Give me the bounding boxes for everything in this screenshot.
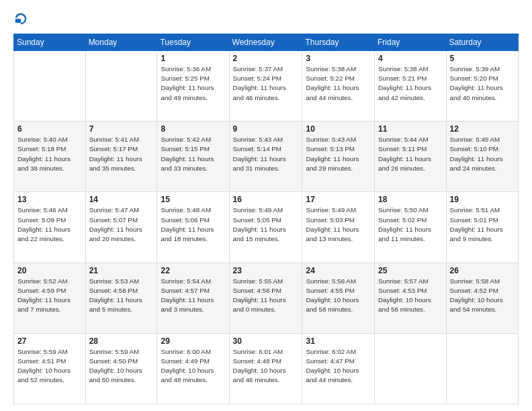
calendar-cell: 1Sunrise: 5:36 AMSunset: 5:25 PMDaylight… bbox=[157, 51, 229, 122]
day-number: 15 bbox=[161, 195, 225, 204]
day-info: Sunrise: 5:54 AMSunset: 4:57 PMDaylight:… bbox=[161, 277, 225, 315]
day-number: 4 bbox=[378, 54, 443, 63]
calendar-cell: 9Sunrise: 5:43 AMSunset: 5:14 PMDaylight… bbox=[229, 122, 302, 192]
week-row-5: 27Sunrise: 5:59 AMSunset: 4:51 PMDayligh… bbox=[14, 333, 519, 404]
calendar-cell: 19Sunrise: 5:51 AMSunset: 5:01 PMDayligh… bbox=[446, 192, 518, 263]
weekday-header-saturday: Saturday bbox=[446, 34, 518, 51]
day-info: Sunrise: 5:56 AMSunset: 4:55 PMDaylight:… bbox=[306, 277, 371, 315]
day-info: Sunrise: 5:59 AMSunset: 4:50 PMDaylight:… bbox=[89, 347, 154, 385]
day-number: 13 bbox=[17, 195, 82, 204]
day-info: Sunrise: 5:46 AMSunset: 5:09 PMDaylight:… bbox=[17, 205, 82, 244]
day-number: 7 bbox=[89, 124, 154, 134]
day-number: 30 bbox=[233, 336, 299, 346]
calendar-cell: 29Sunrise: 6:00 AMSunset: 4:49 PMDayligh… bbox=[157, 333, 229, 404]
day-info: Sunrise: 6:00 AMSunset: 4:49 PMDaylight:… bbox=[161, 347, 225, 385]
day-info: Sunrise: 5:41 AMSunset: 5:17 PMDaylight:… bbox=[89, 135, 154, 173]
day-number: 3 bbox=[306, 54, 371, 63]
day-number: 6 bbox=[17, 124, 82, 134]
day-info: Sunrise: 5:49 AMSunset: 5:05 PMDaylight:… bbox=[233, 205, 299, 244]
day-info: Sunrise: 5:45 AMSunset: 5:10 PMDaylight:… bbox=[450, 135, 515, 173]
day-number: 1 bbox=[161, 54, 225, 63]
day-number: 17 bbox=[306, 195, 371, 204]
calendar-cell: 27Sunrise: 5:59 AMSunset: 4:51 PMDayligh… bbox=[14, 333, 86, 404]
calendar-cell: 21Sunrise: 5:53 AMSunset: 4:58 PMDayligh… bbox=[85, 263, 157, 333]
calendar-cell: 14Sunrise: 5:47 AMSunset: 5:07 PMDayligh… bbox=[85, 192, 157, 263]
day-info: Sunrise: 5:43 AMSunset: 5:14 PMDaylight:… bbox=[233, 135, 299, 173]
day-number: 2 bbox=[233, 54, 299, 63]
day-info: Sunrise: 5:52 AMSunset: 4:59 PMDaylight:… bbox=[17, 277, 82, 315]
calendar-cell: 31Sunrise: 6:02 AMSunset: 4:47 PMDayligh… bbox=[302, 333, 375, 404]
calendar-cell: 18Sunrise: 5:50 AMSunset: 5:02 PMDayligh… bbox=[375, 192, 447, 263]
day-info: Sunrise: 5:39 AMSunset: 5:20 PMDaylight:… bbox=[450, 64, 515, 103]
calendar-cell: 24Sunrise: 5:56 AMSunset: 4:55 PMDayligh… bbox=[302, 263, 375, 333]
day-number: 5 bbox=[450, 54, 515, 63]
calendar-cell: 13Sunrise: 5:46 AMSunset: 5:09 PMDayligh… bbox=[14, 192, 86, 263]
day-number: 31 bbox=[306, 336, 371, 346]
calendar-cell: 2Sunrise: 5:37 AMSunset: 5:24 PMDaylight… bbox=[229, 51, 302, 122]
calendar-cell bbox=[14, 51, 86, 122]
day-info: Sunrise: 5:44 AMSunset: 5:11 PMDaylight:… bbox=[378, 135, 443, 173]
day-number: 18 bbox=[378, 195, 443, 204]
calendar-cell: 20Sunrise: 5:52 AMSunset: 4:59 PMDayligh… bbox=[14, 263, 86, 333]
day-info: Sunrise: 5:38 AMSunset: 5:22 PMDaylight:… bbox=[306, 64, 371, 103]
week-row-1: 1Sunrise: 5:36 AMSunset: 5:25 PMDaylight… bbox=[14, 51, 519, 122]
logo-icon bbox=[13, 12, 28, 27]
weekday-header-row: SundayMondayTuesdayWednesdayThursdayFrid… bbox=[14, 34, 519, 51]
weekday-header-thursday: Thursday bbox=[302, 34, 375, 51]
calendar-cell: 23Sunrise: 5:55 AMSunset: 4:56 PMDayligh… bbox=[229, 263, 302, 333]
calendar-table: SundayMondayTuesdayWednesdayThursdayFrid… bbox=[13, 34, 519, 404]
page: SundayMondayTuesdayWednesdayThursdayFrid… bbox=[0, 0, 532, 411]
day-info: Sunrise: 5:37 AMSunset: 5:24 PMDaylight:… bbox=[233, 64, 299, 103]
day-info: Sunrise: 5:53 AMSunset: 4:58 PMDaylight:… bbox=[89, 277, 154, 315]
day-number: 16 bbox=[233, 195, 299, 204]
calendar-cell: 5Sunrise: 5:39 AMSunset: 5:20 PMDaylight… bbox=[446, 51, 518, 122]
day-info: Sunrise: 5:59 AMSunset: 4:51 PMDaylight:… bbox=[17, 347, 82, 385]
weekday-header-monday: Monday bbox=[85, 34, 157, 51]
calendar-cell: 4Sunrise: 5:38 AMSunset: 5:21 PMDaylight… bbox=[375, 51, 447, 122]
day-info: Sunrise: 6:01 AMSunset: 4:48 PMDaylight:… bbox=[233, 347, 299, 385]
calendar-cell: 26Sunrise: 5:58 AMSunset: 4:52 PMDayligh… bbox=[446, 263, 518, 333]
day-number: 24 bbox=[306, 266, 371, 275]
calendar-cell: 15Sunrise: 5:48 AMSunset: 5:06 PMDayligh… bbox=[157, 192, 229, 263]
day-number: 23 bbox=[233, 266, 299, 275]
day-number: 26 bbox=[450, 266, 515, 275]
day-number: 22 bbox=[161, 266, 225, 275]
header bbox=[13, 12, 519, 27]
calendar-cell: 30Sunrise: 6:01 AMSunset: 4:48 PMDayligh… bbox=[229, 333, 302, 404]
day-info: Sunrise: 5:55 AMSunset: 4:56 PMDaylight:… bbox=[233, 277, 299, 315]
day-number: 21 bbox=[89, 266, 154, 275]
day-number: 9 bbox=[233, 124, 299, 134]
day-info: Sunrise: 5:58 AMSunset: 4:52 PMDaylight:… bbox=[450, 277, 515, 315]
week-row-4: 20Sunrise: 5:52 AMSunset: 4:59 PMDayligh… bbox=[14, 263, 519, 333]
day-info: Sunrise: 5:49 AMSunset: 5:03 PMDaylight:… bbox=[306, 205, 371, 244]
day-info: Sunrise: 5:38 AMSunset: 5:21 PMDaylight:… bbox=[378, 64, 443, 103]
calendar-cell: 3Sunrise: 5:38 AMSunset: 5:22 PMDaylight… bbox=[302, 51, 375, 122]
calendar-cell: 10Sunrise: 5:43 AMSunset: 5:13 PMDayligh… bbox=[302, 122, 375, 192]
day-info: Sunrise: 5:42 AMSunset: 5:15 PMDaylight:… bbox=[161, 135, 225, 173]
day-number: 12 bbox=[450, 124, 515, 134]
day-number: 27 bbox=[17, 336, 82, 346]
day-info: Sunrise: 5:43 AMSunset: 5:13 PMDaylight:… bbox=[306, 135, 371, 173]
day-info: Sunrise: 5:57 AMSunset: 4:53 PMDaylight:… bbox=[378, 277, 443, 315]
day-number: 20 bbox=[17, 266, 82, 275]
day-info: Sunrise: 5:50 AMSunset: 5:02 PMDaylight:… bbox=[378, 205, 443, 244]
logo bbox=[13, 12, 30, 27]
calendar-cell: 6Sunrise: 5:40 AMSunset: 5:18 PMDaylight… bbox=[14, 122, 86, 192]
calendar-cell bbox=[85, 51, 157, 122]
calendar-cell: 25Sunrise: 5:57 AMSunset: 4:53 PMDayligh… bbox=[375, 263, 447, 333]
day-number: 14 bbox=[89, 195, 154, 204]
calendar-cell: 11Sunrise: 5:44 AMSunset: 5:11 PMDayligh… bbox=[375, 122, 447, 192]
weekday-header-friday: Friday bbox=[375, 34, 447, 51]
day-number: 29 bbox=[161, 336, 225, 346]
day-number: 28 bbox=[89, 336, 154, 346]
day-info: Sunrise: 5:36 AMSunset: 5:25 PMDaylight:… bbox=[161, 64, 225, 103]
calendar-cell: 17Sunrise: 5:49 AMSunset: 5:03 PMDayligh… bbox=[302, 192, 375, 263]
weekday-header-wednesday: Wednesday bbox=[229, 34, 302, 51]
calendar-cell: 7Sunrise: 5:41 AMSunset: 5:17 PMDaylight… bbox=[85, 122, 157, 192]
calendar-cell: 12Sunrise: 5:45 AMSunset: 5:10 PMDayligh… bbox=[446, 122, 518, 192]
calendar-cell bbox=[375, 333, 447, 404]
day-number: 8 bbox=[161, 124, 225, 134]
calendar-cell bbox=[446, 333, 518, 404]
week-row-2: 6Sunrise: 5:40 AMSunset: 5:18 PMDaylight… bbox=[14, 122, 519, 192]
calendar-cell: 16Sunrise: 5:49 AMSunset: 5:05 PMDayligh… bbox=[229, 192, 302, 263]
